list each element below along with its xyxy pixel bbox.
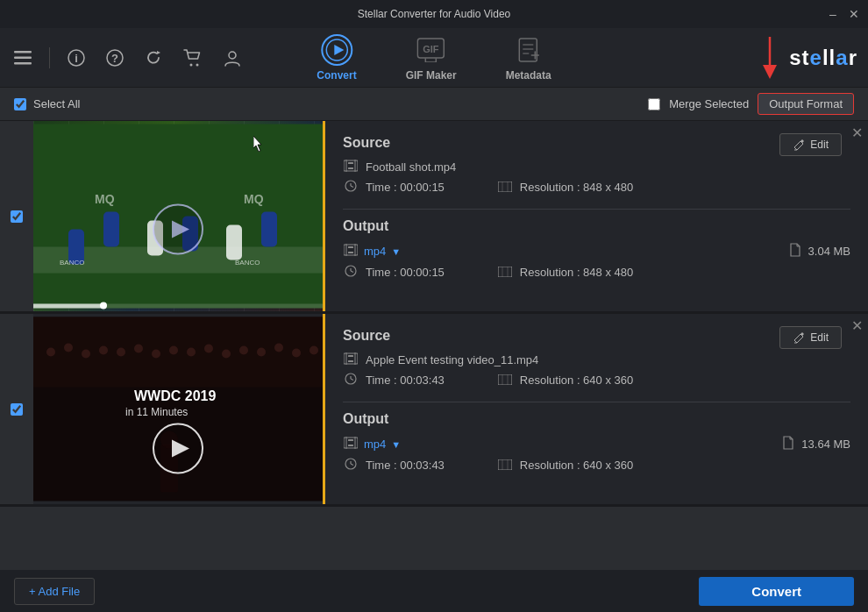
svg-point-76 xyxy=(222,350,231,359)
video2-format-row: mp4 ▼ 13.64 MB xyxy=(343,436,850,452)
video2-checkbox[interactable] xyxy=(11,403,23,416)
svg-rect-15 xyxy=(520,39,537,61)
convert-button[interactable]: Convert xyxy=(699,577,854,606)
output-format-button[interactable]: Output Format xyxy=(758,93,854,115)
info-button[interactable]: i xyxy=(64,46,89,70)
svg-text:BANCO: BANCO xyxy=(60,259,84,267)
svg-text:MQ: MQ xyxy=(244,192,264,206)
svg-point-9 xyxy=(196,63,199,66)
film-icon-4 xyxy=(343,437,359,452)
svg-rect-0 xyxy=(14,51,32,53)
svg-marker-22 xyxy=(763,65,777,79)
svg-point-77 xyxy=(239,346,248,355)
video1-output-size: 3.04 MB xyxy=(808,245,850,258)
video-card-1: MQ MQ BANCO BANCO ✕ xyxy=(0,121,868,314)
toolbar-nav: Convert GIF GIF Maker xyxy=(309,31,558,85)
svg-rect-2 xyxy=(14,62,32,65)
select-all-checkbox[interactable] xyxy=(14,98,26,110)
help-button[interactable]: ? xyxy=(103,46,127,70)
video2-output-title: Output xyxy=(343,411,850,427)
svg-rect-39 xyxy=(33,304,103,309)
clock-icon-4 xyxy=(343,458,359,473)
svg-rect-50 xyxy=(498,181,512,192)
video2-source-title: Source xyxy=(343,328,850,344)
svg-rect-108 xyxy=(498,459,512,470)
video1-format-dropdown[interactable]: ▼ xyxy=(391,246,401,257)
video1-close-button[interactable]: ✕ xyxy=(851,126,863,140)
svg-text:MQ: MQ xyxy=(95,192,115,206)
clock-icon-3 xyxy=(343,373,359,388)
cursor xyxy=(253,136,264,152)
svg-rect-56 xyxy=(348,246,353,248)
video2-source-resolution: Resolution : 640 x 360 xyxy=(520,374,633,387)
svg-point-81 xyxy=(309,346,318,355)
nav-metadata[interactable]: Metadata xyxy=(499,31,559,85)
svg-rect-27 xyxy=(103,212,119,247)
resolution-icon-4 xyxy=(497,459,513,473)
svg-text:WWDC 2019: WWDC 2019 xyxy=(134,388,216,403)
svg-text:GIF: GIF xyxy=(423,44,439,54)
video2-source-time: Time : 00:03:43 xyxy=(366,374,445,387)
merge-selected-checkbox[interactable] xyxy=(648,98,660,110)
svg-rect-92 xyxy=(348,355,353,357)
video1-source-resolution: Resolution : 848 x 480 xyxy=(520,181,633,194)
edit-icon-2 xyxy=(793,331,805,344)
svg-point-79 xyxy=(274,344,283,352)
add-file-button[interactable]: + Add File xyxy=(14,578,95,605)
film-icon-3 xyxy=(343,352,359,367)
svg-line-107 xyxy=(351,464,353,466)
svg-point-67 xyxy=(64,344,73,352)
account-button[interactable] xyxy=(220,46,245,70)
svg-rect-42 xyxy=(344,160,358,171)
video2-thumbnail: WWDC 2019 in 11 Minutes xyxy=(33,314,323,504)
video2-close-button[interactable]: ✕ xyxy=(851,319,863,333)
video2-edit-button[interactable]: Edit xyxy=(779,326,842,349)
nav-gif-maker[interactable]: GIF GIF Maker xyxy=(399,31,464,85)
video2-filename-row: Apple Event testing video_11.mp4 xyxy=(343,352,850,367)
svg-rect-100 xyxy=(344,438,358,448)
film-icon xyxy=(343,160,359,174)
toolbar-separator xyxy=(49,47,50,68)
refresh-button[interactable] xyxy=(141,46,166,70)
football-thumb: MQ MQ BANCO BANCO xyxy=(33,121,323,311)
svg-line-96 xyxy=(351,379,353,381)
svg-rect-31 xyxy=(261,212,277,247)
minimize-button[interactable]: – xyxy=(826,7,840,21)
svg-text:BANCO: BANCO xyxy=(235,259,260,267)
svg-text:i: i xyxy=(75,52,78,65)
svg-rect-30 xyxy=(226,225,242,260)
video-card-2: WWDC 2019 in 11 Minutes ✕ Edit xyxy=(0,314,868,507)
close-button[interactable]: ✕ xyxy=(847,7,861,21)
title-bar: Stellar Converter for Audio Video – ✕ xyxy=(0,0,868,28)
video1-format-value: mp4 xyxy=(364,245,386,258)
nav-convert[interactable]: Convert xyxy=(309,31,363,85)
video1-checkbox[interactable] xyxy=(11,210,23,223)
svg-point-69 xyxy=(99,346,108,355)
svg-point-66 xyxy=(46,348,55,357)
svg-point-70 xyxy=(117,348,125,357)
cart-button[interactable] xyxy=(180,46,206,70)
app-logo: stellar xyxy=(789,46,857,70)
video1-output-title: Output xyxy=(343,218,850,234)
svg-point-78 xyxy=(257,348,266,357)
svg-point-40 xyxy=(100,302,107,310)
svg-rect-57 xyxy=(348,252,353,253)
metadata-icon xyxy=(513,34,544,66)
video1-divider xyxy=(343,209,850,210)
toolbar-left: i ? xyxy=(11,46,245,70)
convert-icon-circle xyxy=(321,34,352,66)
video2-output-size: 13.64 MB xyxy=(801,438,850,451)
video1-edit-button[interactable]: Edit xyxy=(779,133,842,156)
svg-rect-53 xyxy=(344,245,358,255)
menu-button[interactable] xyxy=(11,47,35,68)
svg-rect-93 xyxy=(348,360,353,362)
file-icon-1 xyxy=(787,243,803,260)
toolbar: i ? xyxy=(0,28,868,88)
gif-maker-label: GIF Maker xyxy=(406,69,457,82)
svg-point-75 xyxy=(204,345,213,353)
select-all-label: Select All xyxy=(33,97,80,110)
video2-format-dropdown[interactable]: ▼ xyxy=(391,439,401,450)
wwdc-svg: WWDC 2019 in 11 Minutes xyxy=(33,314,323,504)
bottom-bar: + Add File Convert xyxy=(0,570,868,612)
svg-point-8 xyxy=(190,63,193,66)
